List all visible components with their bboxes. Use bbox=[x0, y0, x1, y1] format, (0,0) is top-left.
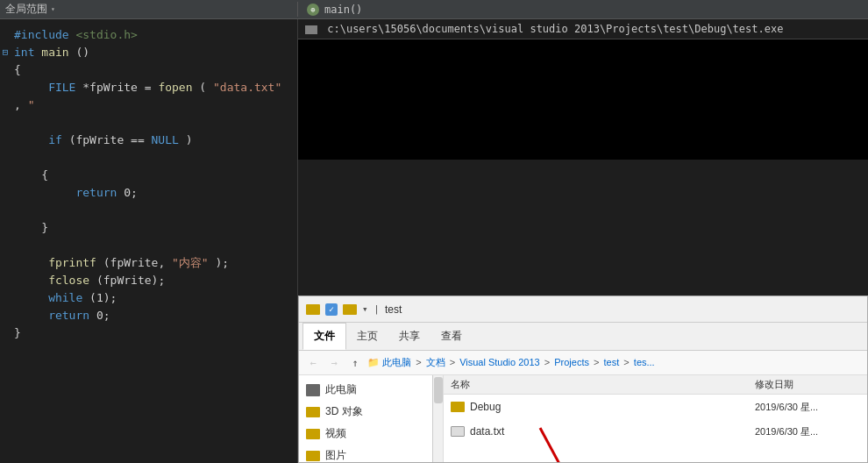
sidebar-scrollbar[interactable] bbox=[432, 375, 443, 462]
code-text bbox=[14, 81, 41, 94]
code-text: { bbox=[14, 63, 21, 76]
keyword: FILE bbox=[48, 81, 75, 94]
code-line-10 bbox=[0, 202, 297, 219]
code-text: (1); bbox=[89, 291, 117, 304]
terminal-area: c:\users\15056\documents\visual studio 2… bbox=[298, 19, 868, 160]
back-button[interactable]: ← bbox=[304, 354, 322, 372]
file-icon bbox=[451, 426, 465, 437]
terminal-path-text: c:\users\15056\documents\visual studio 2… bbox=[327, 23, 783, 35]
scope-arrow: ▾ bbox=[51, 5, 55, 13]
string: "内容" bbox=[172, 256, 209, 269]
up-button[interactable]: ↑ bbox=[346, 354, 364, 372]
ribbon-tab-file[interactable]: 文件 bbox=[302, 323, 346, 350]
scroll-thumb bbox=[434, 377, 443, 403]
code-line-5 bbox=[0, 114, 297, 132]
code-line-14: fclose (fpWrite); bbox=[0, 272, 297, 289]
path-sep-2: > bbox=[450, 357, 458, 367]
fe-folder-icon bbox=[306, 304, 320, 315]
code-line-9: return 0; bbox=[0, 184, 297, 202]
path-projects[interactable]: Projects bbox=[554, 357, 589, 367]
code-line-3: { bbox=[0, 61, 297, 79]
fe-file-list: 名称 修改日期 Debug 2019/6/30 星... data.txt 20… bbox=[444, 375, 867, 462]
keyword: if bbox=[48, 133, 62, 146]
func-name: fopen bbox=[158, 81, 192, 94]
fe-ribbon: 文件 主页 共享 查看 bbox=[299, 323, 867, 351]
line-content: if (fpWrite == NULL ) bbox=[14, 132, 290, 149]
string: " bbox=[28, 98, 35, 111]
keyword: return bbox=[48, 309, 89, 322]
code-line-16: return 0; bbox=[0, 307, 297, 324]
code-line-17: } bbox=[0, 324, 297, 342]
col-date-header: 修改日期 bbox=[755, 378, 860, 391]
fe-title-bar: ✓ ▾ | test bbox=[299, 296, 867, 323]
code-panel: #include <stdio.h> ⊟ int main () { bbox=[0, 19, 298, 463]
code-text bbox=[14, 274, 41, 287]
code-text: (fpWrite == bbox=[69, 133, 152, 146]
fe-address-bar: ← → ↑ 📁 此电脑 > 文档 > Visual Studio 2013 > … bbox=[299, 351, 867, 375]
ribbon-tab-share[interactable]: 共享 bbox=[388, 324, 430, 349]
line-content: } bbox=[14, 324, 290, 342]
keyword: NULL bbox=[152, 133, 179, 146]
fe-title-folder-icon bbox=[343, 304, 357, 315]
sidebar-label: 视频 bbox=[325, 426, 346, 441]
code-line-4: FILE *fpWrite = fopen ( "data.txt" , " bbox=[0, 79, 297, 114]
path-docs[interactable]: 文档 bbox=[426, 357, 445, 367]
code-text bbox=[14, 186, 69, 199]
func-icon: ⊕ bbox=[307, 4, 319, 16]
code-line-7 bbox=[0, 149, 297, 167]
sidebar-item-pictures[interactable]: 图片 bbox=[299, 445, 443, 462]
line-content: FILE *fpWrite = fopen ( "data.txt" , " bbox=[14, 79, 290, 114]
top-bar: 全局范围 ▾ ⊕ main() bbox=[0, 0, 868, 19]
keyword: int bbox=[14, 46, 34, 59]
code-text: ) bbox=[186, 133, 193, 146]
path-test[interactable]: test bbox=[604, 357, 620, 367]
line-content: int main () bbox=[14, 44, 290, 61]
func-name: fclose bbox=[48, 274, 89, 287]
func-label: main() bbox=[324, 4, 362, 16]
path-vs[interactable]: Visual Studio 2013 bbox=[459, 357, 540, 367]
code-text bbox=[14, 309, 41, 322]
fe-title-text: test bbox=[385, 303, 402, 316]
code-text: } bbox=[14, 326, 21, 339]
sidebar-item-video[interactable]: 视频 bbox=[299, 423, 443, 445]
scope-section: 全局范围 ▾ bbox=[0, 2, 298, 17]
file-name: Debug bbox=[470, 401, 750, 413]
sidebar-label: 3D 对象 bbox=[325, 404, 363, 419]
path-sep-4: > bbox=[594, 357, 601, 367]
path-pc[interactable]: 此电脑 bbox=[382, 357, 411, 367]
file-row-debug[interactable]: Debug 2019/6/30 星... bbox=[444, 395, 867, 419]
folder-icon bbox=[451, 402, 465, 412]
forward-button[interactable]: → bbox=[325, 354, 343, 372]
folder-icon bbox=[306, 451, 320, 461]
ribbon-tab-view[interactable]: 查看 bbox=[430, 324, 473, 349]
code-text bbox=[14, 133, 41, 146]
func-name: fprintf bbox=[48, 256, 96, 269]
fe-checkbox[interactable]: ✓ bbox=[325, 303, 338, 316]
func-name: main bbox=[41, 46, 68, 59]
pc-icon bbox=[306, 384, 320, 396]
folder-icon bbox=[306, 429, 320, 439]
keyword: return bbox=[75, 186, 117, 199]
line-content: return 0; bbox=[14, 184, 290, 202]
right-panel: c:\users\15056\documents\visual studio 2… bbox=[298, 19, 868, 463]
scope-dropdown[interactable]: 全局范围 ▾ bbox=[5, 2, 292, 17]
file-row-datatxt[interactable]: data.txt 2019/6/30 星... bbox=[444, 419, 867, 444]
scope-label: 全局范围 bbox=[5, 2, 47, 17]
ribbon-tab-home[interactable]: 主页 bbox=[346, 324, 388, 349]
path-end[interactable]: tes... bbox=[634, 357, 655, 367]
address-path: 📁 此电脑 > 文档 > Visual Studio 2013 > Projec… bbox=[367, 356, 862, 369]
code-line-8: { bbox=[0, 167, 297, 184]
code-text bbox=[14, 291, 41, 304]
code-text: *fpWrite = bbox=[82, 81, 158, 94]
col-name-header: 名称 bbox=[451, 378, 755, 391]
code-line-11: } bbox=[0, 219, 297, 237]
line-content: #include <stdio.h> bbox=[14, 26, 290, 44]
sidebar-item-3d[interactable]: 3D 对象 bbox=[299, 401, 443, 423]
path-sep-1: > bbox=[416, 357, 423, 367]
code-text: { bbox=[14, 168, 48, 182]
func-section: ⊕ main() bbox=[298, 4, 371, 16]
sidebar-label: 此电脑 bbox=[325, 382, 357, 397]
path-sep-3: > bbox=[544, 357, 552, 367]
sidebar-item-pc[interactable]: 此电脑 bbox=[299, 379, 443, 401]
terminal-path: c:\users\15056\documents\visual studio 2… bbox=[298, 19, 868, 39]
